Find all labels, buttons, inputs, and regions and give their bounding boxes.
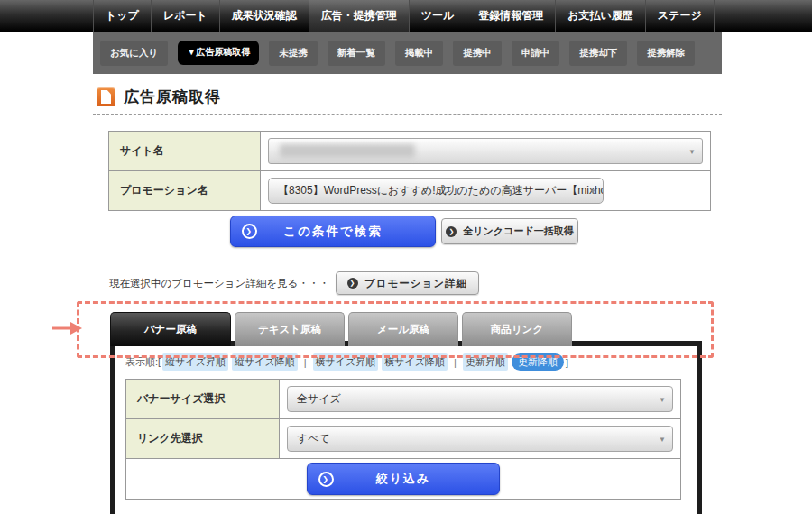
banner-tab-panel: 表示順:[ 縦サイズ昇順縦サイズ降順|横サイズ昇順横サイズ降順|更新昇順更新降順… bbox=[110, 341, 702, 514]
banner-size-row: バナーサイズ選択 全サイズ ▼ bbox=[126, 380, 680, 419]
chevron-down-icon: ▼ bbox=[659, 435, 666, 443]
promotion-detail-button[interactable]: ❯ プロモーション詳細 bbox=[336, 271, 479, 295]
link-target-select[interactable]: すべて ▼ bbox=[287, 426, 673, 452]
chevron-down-icon: ▼ bbox=[659, 395, 666, 403]
sort-link[interactable]: 横サイズ昇順 bbox=[313, 353, 379, 371]
sort-link[interactable]: 縦サイズ昇順 bbox=[162, 353, 228, 371]
banner-size-select[interactable]: 全サイズ ▼ bbox=[287, 386, 673, 412]
ad-document-icon bbox=[97, 87, 115, 106]
banner-size-value: 全サイズ bbox=[297, 391, 361, 407]
promotion-name-select[interactable]: 【8305】WordPressにおすすめ!成功のための高速サーバー【mixhos… bbox=[268, 178, 604, 204]
tab-item[interactable]: メール原稿 bbox=[348, 312, 458, 346]
top-nav-item[interactable]: お支払い履歴 bbox=[555, 0, 645, 32]
promotion-detail-row: 現在選択中のプロモーション詳細を見る・・・ ❯ プロモーション詳細 bbox=[109, 271, 479, 295]
sort-suffix: ] bbox=[566, 357, 568, 368]
sub-nav-item[interactable]: 未提携 bbox=[269, 41, 318, 66]
banner-size-label: バナーサイズ選択 bbox=[126, 380, 280, 418]
filter-apply-label: 絞り込み bbox=[376, 471, 431, 487]
filter-button-row: ❯ 絞り込み bbox=[126, 459, 680, 499]
promotion-detail-caption: 現在選択中のプロモーション詳細を見る・・・ bbox=[109, 277, 329, 290]
banner-size-cell: 全サイズ ▼ bbox=[280, 380, 680, 418]
site-name-label: サイト名 bbox=[109, 132, 261, 170]
sub-nav: お気に入り▼広告原稿取得未提携新着一覧掲載中提携中申請中提携却下提携解除 bbox=[93, 32, 722, 74]
sub-nav-item[interactable]: ▼広告原稿取得 bbox=[178, 41, 259, 65]
chevron-down-icon: ▼ bbox=[589, 187, 596, 195]
sub-nav-item[interactable]: 新着一覧 bbox=[328, 41, 385, 66]
top-nav-item[interactable]: 登録情報管理 bbox=[466, 0, 555, 32]
annotation-arrow-icon bbox=[51, 320, 83, 336]
circle-arrow-icon: ❯ bbox=[347, 278, 358, 289]
site-name-cell: ▼ bbox=[261, 132, 710, 170]
sort-link[interactable]: 更新降順 bbox=[512, 353, 564, 371]
circle-arrow-icon: ❯ bbox=[446, 226, 457, 237]
top-nav-item[interactable]: トップ bbox=[93, 0, 151, 32]
search-form-table: サイト名 ▼ プロモーション名 【8305】WordPressにおすすめ!成功の… bbox=[108, 131, 711, 211]
promotion-detail-button-label: プロモーション詳細 bbox=[364, 277, 467, 290]
sub-nav-item[interactable]: 提携却下 bbox=[569, 41, 627, 66]
link-target-label: リンク先選択 bbox=[126, 419, 280, 458]
page-title: 広告原稿取得 bbox=[124, 87, 221, 107]
bulk-link-code-label: 全リンクコード一括取得 bbox=[463, 225, 573, 238]
link-target-cell: すべて ▼ bbox=[280, 419, 680, 458]
title-divider bbox=[93, 114, 722, 115]
sub-nav-item[interactable]: お気に入り bbox=[100, 41, 168, 66]
tab-item[interactable]: バナー原稿 bbox=[110, 312, 231, 346]
sort-links: 縦サイズ昇順縦サイズ降順|横サイズ昇順横サイズ降順|更新昇順更新降順 bbox=[161, 353, 566, 371]
sub-nav-item[interactable]: 申請中 bbox=[512, 41, 560, 66]
sub-nav-item[interactable]: 掲載中 bbox=[395, 41, 444, 66]
top-nav-item[interactable]: ツール bbox=[409, 0, 466, 32]
circle-arrow-icon: ❯ bbox=[242, 224, 257, 239]
sort-link[interactable]: 更新昇順 bbox=[463, 353, 508, 371]
bulk-link-code-button[interactable]: ❯ 全リンクコード一括取得 bbox=[441, 218, 578, 244]
page-title-row: 広告原稿取得 bbox=[97, 87, 221, 107]
top-nav-item[interactable]: 広告・提携管理 bbox=[309, 0, 409, 32]
sort-separator: | bbox=[304, 357, 307, 368]
creative-type-tabs: バナー原稿テキスト原稿メール原稿商品リンク bbox=[110, 312, 572, 346]
section-divider bbox=[93, 262, 722, 262]
promotion-name-cell: 【8305】WordPressにおすすめ!成功のための高速サーバー【mixhos… bbox=[261, 171, 710, 210]
promotion-row: プロモーション名 【8305】WordPressにおすすめ!成功のための高速サー… bbox=[109, 171, 710, 210]
top-nav-item[interactable]: ステージ bbox=[645, 0, 715, 32]
site-name-select[interactable]: ▼ bbox=[268, 138, 703, 164]
link-target-row: リンク先選択 すべて ▼ bbox=[126, 419, 680, 459]
top-nav: トップレポート成果状況確認広告・提携管理ツール登録情報管理お支払い履歴ステージ bbox=[93, 0, 715, 32]
search-button[interactable]: ❯ この条件で検索 bbox=[230, 216, 436, 247]
filter-form-table: バナーサイズ選択 全サイズ ▼ リンク先選択 すべて ▼ ❯ 絞り込み bbox=[125, 379, 681, 500]
search-button-label: この条件で検索 bbox=[283, 224, 382, 240]
promotion-name-value: 【8305】WordPressにおすすめ!成功のための高速サーバー【mixhos… bbox=[278, 183, 603, 198]
top-nav-item[interactable]: 成果状況確認 bbox=[219, 0, 309, 32]
sort-link[interactable]: 横サイズ降順 bbox=[382, 353, 448, 371]
sort-separator: | bbox=[454, 357, 457, 368]
tab-item[interactable]: テキスト原稿 bbox=[235, 312, 345, 346]
tab-item[interactable]: 商品リンク bbox=[462, 312, 572, 346]
chevron-down-icon: ▼ bbox=[688, 147, 696, 155]
sort-link[interactable]: 縦サイズ降順 bbox=[232, 353, 298, 371]
site-row: サイト名 ▼ bbox=[109, 132, 710, 171]
sub-nav-item[interactable]: 提携中 bbox=[453, 41, 502, 66]
filter-apply-button[interactable]: ❯ 絞り込み bbox=[307, 463, 500, 495]
link-target-value: すべて bbox=[297, 431, 350, 446]
promotion-name-label: プロモーション名 bbox=[109, 171, 261, 210]
top-nav-item[interactable]: レポート bbox=[151, 0, 219, 32]
sort-order-row: 表示順:[ 縦サイズ昇順縦サイズ降順|横サイズ昇順横サイズ降順|更新昇順更新降順… bbox=[125, 353, 697, 371]
circle-arrow-icon: ❯ bbox=[318, 472, 334, 487]
sub-nav-item[interactable]: 提携解除 bbox=[637, 41, 695, 66]
redacted-site-name bbox=[280, 144, 415, 158]
sort-prefix: 表示順:[ bbox=[125, 355, 161, 369]
